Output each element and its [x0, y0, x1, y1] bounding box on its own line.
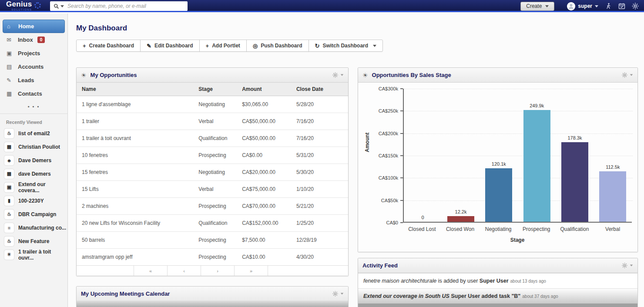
table-row[interactable]: 1 trailerVerbalCA$50,000.007/16/20 [77, 113, 348, 130]
edit-dashboard-button[interactable]: ✎Edit Dashboard [140, 40, 200, 52]
y-tick-mark [400, 155, 403, 156]
x-tick-label: Closed Lost [403, 226, 441, 232]
bar-value-label: 112.5k [606, 164, 620, 170]
bar-qualification[interactable] [561, 142, 588, 222]
recent-item-100-2230y[interactable]: ▮100-2230Y [0, 194, 67, 207]
portlet-settings[interactable] [622, 72, 633, 78]
gear-icon[interactable] [632, 3, 639, 10]
sidebar-item-projects[interactable]: ▣Projects [0, 47, 67, 60]
sidebar-more-button[interactable]: • • • [0, 100, 67, 113]
pencil-icon: ✎ [147, 43, 151, 49]
table-row[interactable]: 1 trailer à toit ouvrantQualificationCA$… [77, 130, 348, 147]
portlet-settings[interactable] [332, 291, 344, 297]
sales-stage-chart-portlet: ☀ Opportunities By Sales Stage Amount 01… [358, 67, 638, 252]
cell-name: 20 new Lifts for Wisconsin Facility [77, 215, 193, 232]
table-row[interactable]: 20 new Lifts for Wisconsin FacilityQuali… [77, 215, 348, 232]
cell-amount: CA$152,000.00 [237, 215, 291, 232]
bar-negotiating[interactable] [485, 168, 512, 222]
caret-down-icon [373, 45, 376, 47]
cell-close-date: 1/10/20 [291, 181, 348, 198]
portlet-settings[interactable] [622, 263, 633, 268]
table-row[interactable]: 1 ligne d'assemblageNegotiating$30,065.0… [77, 96, 348, 113]
pagination-spacer [77, 266, 134, 276]
create-button[interactable]: Create [520, 2, 554, 11]
cell-amount: CA$50,000.00 [237, 130, 291, 147]
table-row[interactable]: 2 machinesProspectingCA$70,000.005/21/20 [77, 198, 348, 215]
cell-name: 15 Lifts [77, 181, 193, 198]
x-tick-label: Negotiating [480, 226, 517, 232]
previous-page-button[interactable]: ‹ [167, 266, 201, 276]
create-dashboard-button[interactable]: +Create Dashboard [76, 40, 141, 52]
opportunities-table-body: 1 ligne d'assemblageNegotiating$30,065.0… [77, 96, 348, 266]
inbox-count-badge: 0 [37, 37, 45, 43]
cell-name: 1 trailer à toit ouvrant [77, 130, 193, 147]
recent-item-new-feature[interactable]: ♨New Feature [0, 234, 67, 248]
id-card-icon: ▦ [4, 142, 14, 152]
envelope-icon: ✉ [7, 37, 18, 43]
next-page-button[interactable]: › [201, 266, 234, 276]
portlet-title: My Opportunities [91, 72, 137, 78]
portlet-title: My Upcoming Meetings Calendar [81, 290, 170, 297]
last-page-button[interactable]: » [234, 266, 268, 276]
walking-person-icon[interactable] [605, 3, 612, 10]
recent-item-extend-our-covera[interactable]: ▣Extend our covera... [0, 180, 67, 194]
briefcase-icon: ▣ [4, 183, 14, 192]
bar-prospecting[interactable] [523, 110, 550, 222]
bar-group-closed-won: 12.2k [442, 89, 480, 222]
column-header-close-date[interactable]: Close Date [291, 83, 348, 96]
activity-item[interactable]: Extend our coverage in South US Super Us… [358, 288, 637, 304]
gear-icon [332, 72, 338, 78]
bar-closed-won[interactable] [447, 216, 474, 222]
sidebar-item-contacts[interactable]: ▦Contacts [0, 87, 67, 100]
recent-item-list-of-email2[interactable]: ♨list of email2 [0, 127, 67, 140]
add-portlet-button[interactable]: +Add Portlet [199, 40, 247, 52]
first-page-button[interactable]: « [134, 266, 167, 276]
search-input[interactable] [67, 3, 184, 9]
cell-amount: CA$10.00 [237, 249, 291, 266]
push-dashboard-button[interactable]: ◎Push Dashboard [246, 40, 309, 52]
table-row[interactable]: amstramgram opp jeffProspectingCA$10.004… [77, 249, 348, 266]
pen-icon: ✎ [7, 77, 18, 83]
calendar-icon[interactable] [618, 3, 625, 10]
sidebar-item-inbox[interactable]: ✉Inbox0 [0, 33, 67, 47]
user-menu[interactable]: super [567, 2, 598, 10]
recent-item-dbr-campaign[interactable]: ♨DBR Campaign [0, 207, 67, 221]
y-tick-mark [400, 88, 403, 89]
activity-item[interactable]: fenetre maison architechturale is added … [358, 273, 637, 288]
y-tick-mark [400, 177, 403, 178]
column-header-amount[interactable]: Amount [237, 83, 291, 96]
app-logo[interactable]: Genius SOLUTIONS [6, 0, 41, 11]
button-label: Switch Dashboard [322, 43, 368, 49]
table-row[interactable]: 50 barrelsProspecting$7,500.0012/28/19 [77, 232, 348, 249]
bar-verbal[interactable] [599, 171, 626, 222]
cell-close-date: 7/16/20 [291, 130, 348, 147]
sidebar: ⌂Home✉Inbox0▣Projects▤Accounts✎Leads▦Con… [0, 13, 68, 307]
column-header-stage[interactable]: Stage [193, 83, 237, 96]
portlet-settings[interactable] [332, 72, 344, 78]
sidebar-item-leads[interactable]: ✎Leads [0, 73, 67, 87]
recent-item-dave-demers[interactable]: ▦dave Demers [0, 167, 67, 180]
recent-item-1-trailer-toit-ouvr[interactable]: ☀1 trailer à toit ouvr... [0, 248, 67, 261]
recent-item-label: Christian Pouliot [18, 144, 60, 150]
sidebar-item-accounts[interactable]: ▤Accounts [0, 60, 67, 73]
portlet-header: My Upcoming Meetings Calendar [77, 287, 348, 301]
global-search[interactable] [50, 1, 188, 11]
search-scope-caret-icon[interactable] [60, 5, 64, 7]
bar-group-verbal: 112.5k [594, 89, 632, 222]
folder-icon: ▤ [7, 63, 18, 70]
table-row[interactable]: 15 LiftsVerbalCA$75,000.001/10/20 [77, 181, 348, 198]
bar-value-label: 178.3k [567, 135, 582, 140]
activity-user: Super User [480, 278, 509, 284]
recent-item-manufacturing-co[interactable]: ≡Manufacturing co... [0, 221, 67, 234]
recent-item-dave-demers[interactable]: ☻Dave Demers [0, 154, 67, 167]
bar-group-closed-lost: 0 [404, 89, 442, 222]
table-row[interactable]: 10 fenetresProspectingCA$0.005/31/20 [77, 147, 348, 164]
cell-stage: Qualification [193, 215, 237, 232]
sidebar-item-label: Projects [18, 50, 40, 57]
y-tick-label: CA$50k [360, 198, 398, 203]
recent-item-christian-pouliot[interactable]: ▦Christian Pouliot [0, 140, 67, 154]
sidebar-item-home[interactable]: ⌂Home [3, 20, 65, 33]
switch-dashboard-button[interactable]: ↻Switch Dashboard [309, 40, 383, 52]
table-row[interactable]: 15 fenetresNegotiatingCA$20,000.005/30/2… [77, 164, 348, 181]
column-header-name[interactable]: Name [77, 83, 193, 96]
